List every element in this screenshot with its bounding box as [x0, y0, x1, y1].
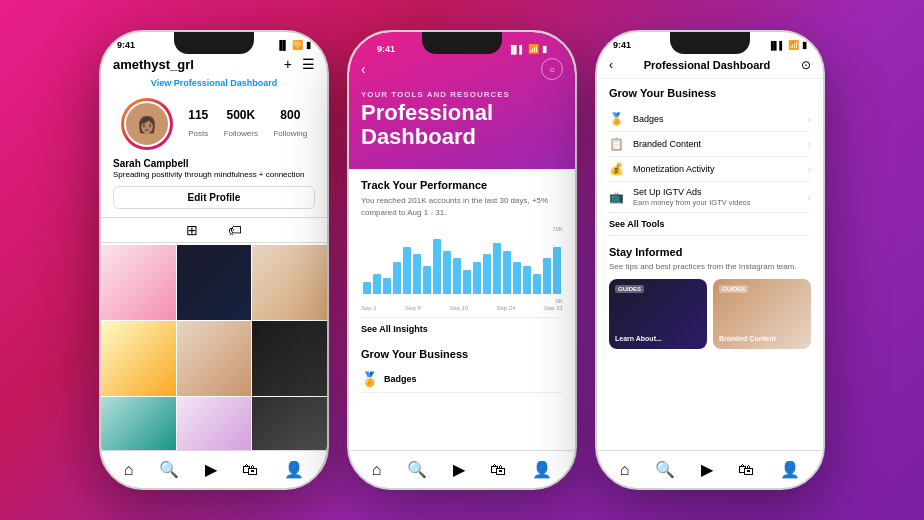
search-icon[interactable]: 🔍	[159, 460, 179, 479]
menu-icon[interactable]: ☰	[302, 56, 315, 72]
grow-section-title: Grow Your Business	[609, 87, 811, 99]
signal-icon-2: ▐▌▌	[508, 45, 525, 54]
photo-grid	[101, 245, 327, 471]
branded-item[interactable]: 📋 Branded Content ›	[609, 132, 811, 157]
profile-icon-3[interactable]: 👤	[780, 460, 800, 479]
notch-3	[670, 32, 750, 54]
info-card-learn[interactable]: GUIDES Learn About...	[609, 279, 707, 349]
tag-icon[interactable]: 🏷	[228, 222, 242, 238]
see-all-insights[interactable]: See All Insights	[361, 317, 563, 340]
photo-cell-4[interactable]	[101, 321, 176, 396]
grid-toggle: ⊞ 🏷	[101, 217, 327, 243]
battery-icon-3: ▮	[802, 40, 807, 50]
chart-bar	[373, 274, 381, 294]
posts-label: Posts	[188, 129, 208, 138]
status-icons-1: ▐▌ 🛜 ▮	[276, 40, 311, 50]
badges-label-3: Badges	[633, 114, 664, 124]
time-3: 9:41	[613, 40, 631, 50]
badges-item-left: 🏅 Badges	[609, 112, 664, 126]
shop-icon[interactable]: 🛍	[242, 461, 258, 479]
posts-count: 115	[188, 108, 208, 122]
search-icon-3[interactable]: 🔍	[655, 460, 675, 479]
prof-header: ‹ Professional Dashboard ⊙	[597, 54, 823, 79]
profile-screen: 9:41 ▐▌ 🛜 ▮ amethyst_grl + ☰ View Profes…	[101, 32, 327, 488]
time-1: 9:41	[117, 40, 135, 50]
photo-cell-2[interactable]	[177, 245, 252, 320]
badges-icon: 🏅	[361, 371, 378, 387]
grid-icon[interactable]: ⊞	[186, 222, 198, 238]
stay-desc: See tips and best practices from the Ins…	[609, 262, 811, 271]
photo-cell-6[interactable]	[252, 321, 327, 396]
add-icon[interactable]: +	[284, 56, 292, 72]
bar-labels: Sep 1 Sep 8 Sep 10 Sep 24 Sep 31	[361, 305, 563, 311]
chart-bar	[473, 262, 481, 293]
wifi-icon-3: 📶	[788, 40, 799, 50]
monetization-label: Monetization Activity	[633, 164, 715, 174]
shop-icon-2[interactable]: 🛍	[490, 461, 506, 479]
reels-icon-2[interactable]: ▶	[453, 460, 465, 479]
reels-icon-3[interactable]: ▶	[701, 460, 713, 479]
badges-item[interactable]: 🏅 Badges	[361, 366, 563, 393]
back-button-3[interactable]: ‹	[609, 58, 613, 72]
notch-1	[174, 32, 254, 54]
dashboard-title: ProfessionalDashboard	[361, 101, 563, 149]
bottom-nav-2: ⌂ 🔍 ▶ 🛍 👤	[349, 450, 575, 488]
label-sep31: Sep 31	[544, 305, 563, 311]
chart-bar	[423, 266, 431, 294]
badges-icon-3: 🏅	[609, 112, 625, 126]
track-title: Track Your Performance	[361, 179, 563, 191]
dashboard-subtitle: YOUR TOOLS AND RESOURCES	[361, 90, 563, 99]
see-all-tools[interactable]: See All Tools	[609, 213, 811, 236]
status-icons-3: ▐▌▌ 📶 ▮	[768, 40, 807, 50]
info-cards: GUIDES Learn About... GUIDES Branded Con…	[609, 279, 811, 349]
home-icon[interactable]: ⌂	[124, 461, 134, 479]
followers-label: Followers	[224, 129, 258, 138]
chart-bar	[383, 278, 391, 294]
igtv-text: Set Up IGTV Ads Earn money from your IGT…	[633, 187, 751, 207]
status-icons-2: ▐▌▌ 📶 ▮	[508, 44, 547, 54]
settings-icon[interactable]: ⊙	[801, 58, 811, 72]
back-button-2[interactable]: ‹	[361, 61, 366, 77]
chevron-4: ›	[808, 192, 811, 203]
following-label: Following	[273, 129, 307, 138]
profile-phone: 9:41 ▐▌ 🛜 ▮ amethyst_grl + ☰ View Profes…	[99, 30, 329, 490]
search-circle[interactable]: ○	[541, 58, 563, 80]
battery-icon-2: ▮	[542, 44, 547, 54]
branded-label: Branded Content	[633, 139, 701, 149]
view-dashboard-link[interactable]: View Professional Dashboard	[101, 76, 327, 94]
grow-title: Grow Your Business	[361, 348, 563, 360]
profile-icon-2[interactable]: 👤	[532, 460, 552, 479]
dashboard-header-top: ‹ ○	[361, 58, 563, 80]
home-icon-3[interactable]: ⌂	[620, 461, 630, 479]
chart-bar	[433, 239, 441, 294]
badges-item-3[interactable]: 🏅 Badges ›	[609, 107, 811, 132]
search-icon-2[interactable]: 🔍	[407, 460, 427, 479]
badges-label: Badges	[384, 374, 417, 384]
bottom-nav-1: ⌂ 🔍 ▶ 🛍 👤	[101, 450, 327, 488]
profile-icon[interactable]: 👤	[284, 460, 304, 479]
home-icon-2[interactable]: ⌂	[372, 461, 382, 479]
photo-cell-3[interactable]	[252, 245, 327, 320]
monetization-item[interactable]: 💰 Monetization Activity ›	[609, 157, 811, 182]
profile-bio: Spreading positivity through mindfulness…	[101, 170, 327, 186]
chart-bar	[513, 262, 521, 293]
prof-body: Grow Your Business 🏅 Badges › 📋 Branded …	[597, 79, 823, 357]
dashboard-phone: 9:41 ▐▌▌ 📶 ▮ ‹ ○ YOUR TOOLS AND RESOURCE…	[347, 30, 577, 490]
igtv-label: Set Up IGTV Ads	[633, 187, 751, 197]
monetization-icon: 💰	[609, 162, 625, 176]
edit-profile-button[interactable]: Edit Profile	[113, 186, 315, 209]
photo-cell-5[interactable]	[177, 321, 252, 396]
photo-cell-1[interactable]	[101, 245, 176, 320]
monetization-item-left: 💰 Monetization Activity	[609, 162, 715, 176]
followers-stat: 500K Followers	[224, 108, 258, 140]
igtv-item[interactable]: 📺 Set Up IGTV Ads Earn money from your I…	[609, 182, 811, 213]
following-stat: 800 Following	[273, 108, 307, 140]
chart-bar	[483, 254, 491, 293]
wifi-icon-2: 📶	[528, 44, 539, 54]
chart-bar	[463, 270, 471, 294]
chart-bar	[523, 266, 531, 294]
shop-icon-3[interactable]: 🛍	[738, 461, 754, 479]
chart-bar	[403, 247, 411, 294]
info-card-branded[interactable]: GUIDES Branded Content	[713, 279, 811, 349]
reels-icon[interactable]: ▶	[205, 460, 217, 479]
